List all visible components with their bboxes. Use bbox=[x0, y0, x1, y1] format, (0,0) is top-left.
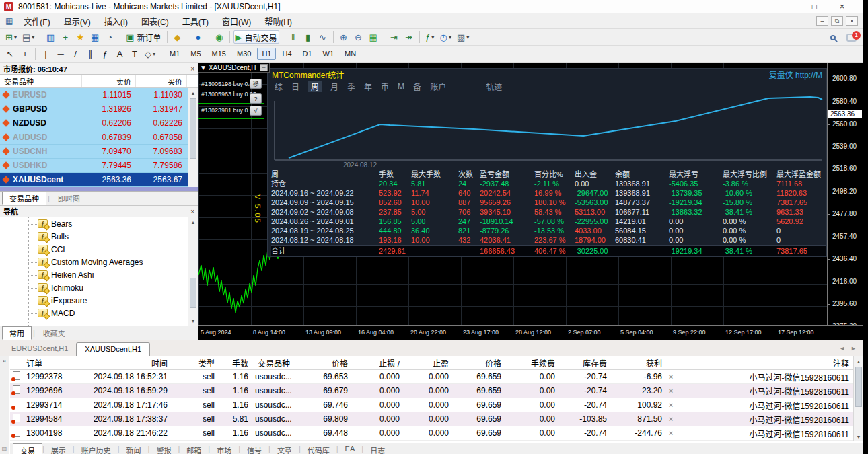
terminal-tab-邮箱[interactable]: 邮箱 bbox=[180, 443, 208, 454]
column-header-卖价[interactable]: 卖价 bbox=[82, 75, 136, 87]
timeframe-M5[interactable]: M5 bbox=[186, 48, 205, 60]
terminal-dock-handle[interactable]: ▤ bbox=[1, 445, 7, 451]
terminal-tab-市场[interactable]: 市场 bbox=[210, 443, 238, 454]
timeframe-D1[interactable]: D1 bbox=[298, 48, 317, 60]
fibonacci-tool-button[interactable]: ƒ bbox=[98, 47, 112, 61]
orders-column-止损 /[interactable]: 止损 / bbox=[352, 357, 404, 369]
maximize-window-button[interactable]: □ bbox=[812, 2, 817, 11]
scroll-down-icon[interactable]: ▼ bbox=[854, 432, 863, 441]
zoom-out-button[interactable]: ⊖ bbox=[352, 30, 365, 44]
mdi-close-button[interactable]: × bbox=[846, 16, 858, 26]
signals-button[interactable]: ◉ bbox=[213, 30, 226, 44]
scrollbar-thumb[interactable] bbox=[855, 367, 862, 407]
symbol-row-AUDUSD[interactable]: AUDUSD0.678390.67858 bbox=[0, 130, 198, 145]
chart-shift-button[interactable]: ↠ bbox=[402, 30, 416, 44]
orders-column-订单[interactable]: 订单 bbox=[25, 357, 79, 369]
horizontal-line-tool-button[interactable]: ─ bbox=[54, 47, 67, 61]
experts-button[interactable]: ● bbox=[192, 30, 205, 44]
terminal-tab-信号[interactable]: 信号 bbox=[240, 443, 268, 454]
close-order-icon[interactable]: × bbox=[666, 373, 676, 381]
commander-menu-M[interactable]: M bbox=[398, 82, 404, 91]
text-tool-button[interactable]: A bbox=[113, 47, 126, 61]
scroll-up-icon[interactable]: ▲ bbox=[854, 356, 863, 366]
commander-menu-日[interactable]: 日 bbox=[291, 81, 299, 92]
chart-overlay-button-2[interactable]: ? bbox=[250, 93, 262, 104]
navigator-item-ichimoku[interactable]: ƒIchimoku bbox=[0, 281, 198, 294]
candle-chart-mode-button[interactable]: ▮ bbox=[301, 30, 315, 44]
commander-menu-年[interactable]: 年 bbox=[364, 81, 372, 92]
timeframe-H1[interactable]: H1 bbox=[257, 48, 276, 60]
terminal-tab-文章[interactable]: 文章 bbox=[270, 443, 299, 454]
navigator-item-cci[interactable]: ƒCCI bbox=[0, 243, 198, 256]
navigator-tab-常用[interactable]: 常用 bbox=[2, 326, 32, 340]
navigator-scrollbar[interactable]: ▲▼ bbox=[188, 217, 198, 326]
order-row-12994584[interactable]: 129945842024.09.18 17:38:37sell5.81usous… bbox=[10, 412, 853, 426]
navigator-item-bears[interactable]: ƒBears bbox=[0, 217, 198, 230]
line-chart-mode-button[interactable]: ∿ bbox=[316, 30, 330, 44]
orders-column-手续费[interactable]: 手续费 bbox=[505, 357, 559, 369]
menu-工具(T)[interactable]: 工具(T) bbox=[176, 16, 215, 28]
column-header-交易品种[interactable]: 交易品种 bbox=[0, 75, 82, 87]
timeframe-M15[interactable]: M15 bbox=[207, 48, 231, 60]
commander-menu-轨迹[interactable]: 轨迹 bbox=[486, 81, 502, 92]
market-watch-scrollbar[interactable]: ▲ bbox=[188, 88, 198, 187]
bar-chart-mode-button[interactable]: ‖ bbox=[287, 30, 300, 44]
symbol-row-USDCNH[interactable]: USDCNH7.094707.09683 bbox=[0, 145, 198, 159]
terminal-tab-新闻[interactable]: 新闻 bbox=[120, 443, 148, 454]
time-axis[interactable]: 5 Aug 20248 Aug 14:0013 Aug 09:0016 Aug … bbox=[198, 325, 863, 340]
order-row-12993714[interactable]: 129937142024.09.18 17:17:46sell1.16usous… bbox=[10, 398, 853, 412]
commander-menu-月[interactable]: 月 bbox=[330, 81, 338, 92]
scrollbar-thumb[interactable] bbox=[190, 278, 196, 308]
market-watch-tab-即时图[interactable]: 即时图 bbox=[51, 192, 87, 204]
menu-图表(C)[interactable]: 图表(C) bbox=[135, 16, 176, 28]
new-chart-button[interactable]: ⊞▾ bbox=[3, 30, 19, 44]
search-icon[interactable] bbox=[830, 35, 836, 40]
timeframe-M1[interactable]: M1 bbox=[165, 48, 184, 60]
notifications-icon[interactable]: 1 bbox=[846, 34, 857, 42]
commander-menu-备[interactable]: 备 bbox=[413, 81, 421, 92]
terminal-tab-展示[interactable]: 展示 bbox=[44, 443, 73, 454]
scroll-down-icon[interactable]: ▼ bbox=[188, 316, 198, 326]
data-window-button[interactable]: + bbox=[59, 30, 72, 44]
new-order-button[interactable]: ▣新订单 bbox=[124, 30, 163, 44]
menu-显示(V)[interactable]: 显示(V) bbox=[57, 16, 98, 28]
orders-column-时间[interactable]: 时间 bbox=[79, 357, 172, 369]
timeframe-M30[interactable]: M30 bbox=[232, 48, 256, 60]
chart-mini-titlebar[interactable]: ▼ XAUUSDcent,H ─ bbox=[198, 63, 270, 73]
order-row-12992696[interactable]: 129926962024.09.18 16:59:29sell1.16usous… bbox=[10, 384, 853, 398]
market-watch-toggle-button[interactable]: ▥ bbox=[44, 30, 57, 44]
commander-menu-综[interactable]: 综 bbox=[275, 81, 283, 92]
cursor-tool-button[interactable]: ↖ bbox=[3, 47, 17, 61]
zoom-in-button[interactable]: ⊕ bbox=[337, 30, 351, 44]
scroll-up-icon[interactable]: ▲ bbox=[188, 217, 198, 227]
symbol-row-NZDUSD[interactable]: NZDUSD0.622060.62226 bbox=[0, 116, 198, 130]
order-row-13004198[interactable]: 130041982024.09.18 21:46:22sell1.16usous… bbox=[10, 426, 853, 441]
navigator-toggle-button[interactable]: ★ bbox=[73, 30, 87, 44]
terminal-close-icon[interactable]: × bbox=[0, 358, 9, 364]
templates-list-button[interactable]: ▨▾ bbox=[455, 30, 471, 44]
timeframe-MN[interactable]: MN bbox=[340, 48, 361, 60]
auto-scroll-button[interactable]: ⇥ bbox=[388, 30, 401, 44]
crosshair-tool-button[interactable]: + bbox=[18, 47, 32, 61]
menu-帮助(H)[interactable]: 帮助(H) bbox=[258, 16, 299, 28]
market-watch-close-icon[interactable]: × bbox=[190, 65, 194, 73]
column-header-买价[interactable]: 买价 bbox=[136, 75, 187, 87]
scrollbar-thumb[interactable] bbox=[190, 98, 196, 159]
market-watch-tab-交易品种[interactable]: 交易品种 bbox=[2, 192, 46, 205]
minimize-window-button[interactable]: – bbox=[785, 2, 789, 11]
orders-column-获利[interactable]: 获利 bbox=[611, 357, 666, 369]
commander-menu-季[interactable]: 季 bbox=[347, 81, 355, 92]
orders-column-库存费[interactable]: 库存费 bbox=[559, 357, 611, 369]
menu-文件(F)[interactable]: 文件(F) bbox=[17, 16, 57, 28]
autotrading-button[interactable]: ▶自动交易 bbox=[233, 30, 279, 44]
terminal-tab-代码库[interactable]: 代码库 bbox=[301, 443, 336, 454]
terminal-tab-账户历史[interactable]: 账户历史 bbox=[75, 443, 118, 454]
commander-menu-周[interactable]: 周 bbox=[308, 81, 322, 92]
mdi-restore-button[interactable]: ⧉ bbox=[831, 16, 843, 26]
terminal-tab-警报[interactable]: 警报 bbox=[149, 443, 178, 454]
terminal-panel-toggle-button[interactable]: ▦ bbox=[88, 30, 102, 44]
terminal-tab-日志[interactable]: 日志 bbox=[363, 443, 392, 454]
close-order-icon[interactable]: × bbox=[666, 429, 676, 437]
terminal-tab-EA[interactable]: EA bbox=[338, 443, 362, 454]
vertical-line-tool-button[interactable]: | bbox=[39, 47, 52, 61]
